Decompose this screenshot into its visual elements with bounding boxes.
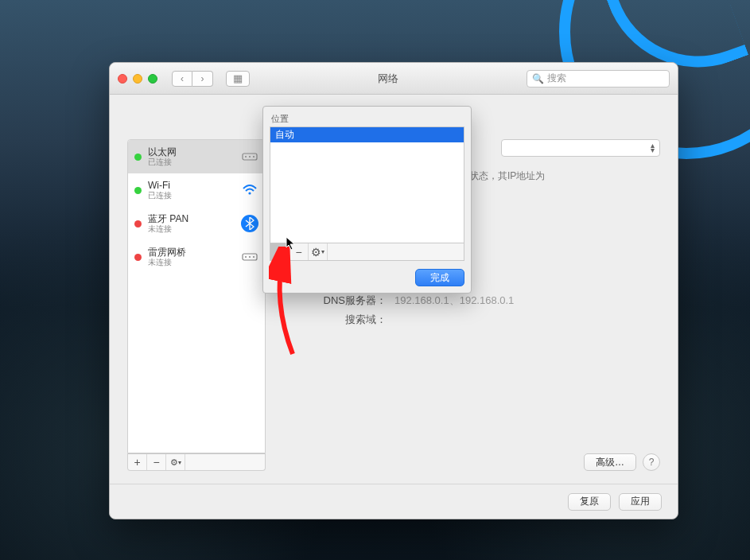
remove-location-button[interactable]: − <box>290 243 309 260</box>
bluetooth-icon <box>241 215 258 232</box>
service-status: 未连接 <box>148 258 186 267</box>
svg-point-7 <box>249 256 251 258</box>
show-all-button[interactable]: ▦ <box>226 71 250 87</box>
help-button[interactable]: ? <box>643 453 660 471</box>
minus-icon: − <box>295 246 301 259</box>
search-placeholder: 搜索 <box>547 72 566 85</box>
dns-label: DNS服务器： <box>283 294 394 308</box>
remove-service-button[interactable]: − <box>147 454 166 470</box>
location-sheet-label: 位置 <box>271 113 464 125</box>
status-dot-icon <box>134 187 142 194</box>
service-list[interactable]: 以太网 已连接 Wi-Fi 已连接 <box>127 139 266 453</box>
service-status: 未连接 <box>148 224 188 234</box>
search-input[interactable]: 🔍 搜索 <box>527 70 670 88</box>
service-text: 雷雳网桥 未连接 <box>148 247 186 267</box>
chevron-left-icon: ‹ <box>181 73 184 84</box>
status-dot-icon <box>134 220 142 228</box>
ethernet-icon <box>241 148 258 165</box>
chevron-right-icon: › <box>201 73 204 84</box>
service-status: 已连接 <box>148 158 177 167</box>
svg-point-1 <box>245 156 247 158</box>
thunderbolt-bridge-icon <box>241 248 258 266</box>
dns-row: DNS服务器： 192.168.0.1、192.168.0.1 <box>283 294 660 308</box>
window-title: 网络 <box>256 72 520 86</box>
add-location-button[interactable]: + <box>270 243 290 260</box>
titlebar: ‹ › ▦ 网络 🔍 搜索 <box>110 63 678 95</box>
forward-button[interactable]: › <box>192 71 213 87</box>
zoom-button[interactable] <box>148 74 157 84</box>
service-actions-button[interactable]: ⚙▾ <box>166 454 185 470</box>
search-icon: 🔍 <box>532 73 544 84</box>
status-dot-icon <box>134 154 142 161</box>
service-name: Wi-Fi <box>148 180 172 191</box>
help-icon: ? <box>649 457 655 468</box>
stepper-chevrons-icon: ▴▾ <box>651 143 655 153</box>
location-actions-button[interactable]: ⚙▾ <box>309 243 328 260</box>
location-toolbar: + − ⚙▾ <box>270 243 464 261</box>
search-domain-label: 搜索域： <box>283 313 394 327</box>
advanced-button[interactable]: 高级… <box>584 453 636 471</box>
service-name: 蓝牙 PAN <box>148 213 188 224</box>
plus-icon: + <box>134 456 140 469</box>
configure-select[interactable]: ▴▾ <box>501 139 660 157</box>
location-list[interactable]: 自动 <box>270 126 464 243</box>
service-text: 蓝牙 PAN 未连接 <box>148 213 188 234</box>
service-sidebar: 以太网 已连接 Wi-Fi 已连接 <box>127 139 266 471</box>
minimize-button[interactable] <box>133 74 142 84</box>
svg-point-4 <box>248 192 251 194</box>
revert-button[interactable]: 复原 <box>568 493 611 511</box>
minus-icon: − <box>153 456 159 469</box>
svg-point-8 <box>253 256 255 258</box>
close-button[interactable] <box>118 74 127 84</box>
svg-point-2 <box>249 156 251 158</box>
location-sheet-footer: 完成 <box>270 261 464 286</box>
service-ethernet[interactable]: 以太网 已连接 <box>128 140 265 173</box>
status-dot-icon <box>134 254 142 261</box>
service-text: 以太网 已连接 <box>148 146 177 167</box>
nav-buttons: ‹ › <box>172 71 213 87</box>
service-status: 已连接 <box>148 191 172 200</box>
plus-icon: + <box>276 246 282 259</box>
location-row-auto[interactable]: 自动 <box>270 127 464 142</box>
svg-point-6 <box>245 256 247 258</box>
service-thunderbolt-bridge[interactable]: 雷雳网桥 未连接 <box>128 240 265 274</box>
wifi-icon <box>241 181 258 199</box>
chevron-down-icon: ▾ <box>321 248 324 255</box>
service-name: 以太网 <box>148 146 177 158</box>
location-sheet: 位置 自动 + − ⚙▾ 完成 <box>262 106 472 294</box>
service-list-toolbar: + − ⚙▾ <box>127 453 266 471</box>
status-description: 状态，其IP地址为 <box>469 169 660 183</box>
search-domain-row: 搜索域： <box>283 313 660 327</box>
window-footer: 复原 应用 <box>110 484 678 519</box>
service-wifi[interactable]: Wi-Fi 已连接 <box>128 173 265 207</box>
gear-icon: ⚙ <box>170 457 178 468</box>
chevron-down-icon: ▾ <box>178 459 181 466</box>
grid-icon: ▦ <box>233 72 243 84</box>
service-name: 雷雳网桥 <box>148 247 186 258</box>
back-button[interactable]: ‹ <box>172 71 192 87</box>
apply-button[interactable]: 应用 <box>619 493 662 511</box>
dns-value: 192.168.0.1、192.168.0.1 <box>394 294 514 308</box>
add-service-button[interactable]: + <box>128 454 147 470</box>
details-bottom-buttons: 高级… ? <box>584 453 660 471</box>
svg-point-3 <box>253 156 255 158</box>
done-button[interactable]: 完成 <box>415 269 464 286</box>
gear-icon: ⚙ <box>311 246 321 259</box>
service-text: Wi-Fi 已连接 <box>148 180 172 200</box>
service-bluetooth-pan[interactable]: 蓝牙 PAN 未连接 <box>128 207 265 240</box>
traffic-lights <box>118 74 157 84</box>
